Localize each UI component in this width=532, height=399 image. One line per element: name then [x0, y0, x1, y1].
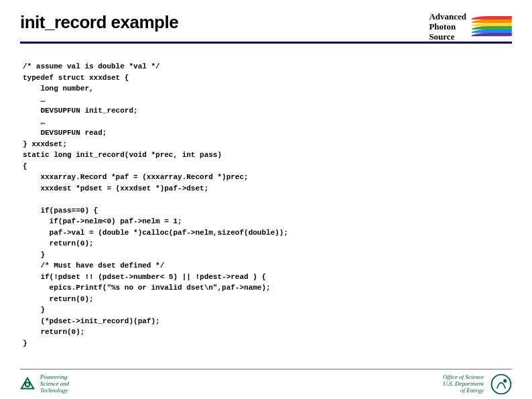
svg-point-1 — [25, 382, 29, 386]
footer-right: Office of Science U.S. Department of Ene… — [443, 374, 512, 395]
aps-logo-line2: Photon — [429, 22, 466, 32]
slide-title: init_record example — [20, 12, 178, 33]
horizontal-rule-top — [20, 42, 512, 44]
argonne-logo-icon — [20, 377, 35, 392]
svg-point-3 — [503, 379, 507, 382]
aps-logo-text: Advanced Photon Source — [429, 12, 466, 42]
footer-left-text: Pioneering Science and Technology — [40, 374, 69, 394]
footer-left: Pioneering Science and Technology — [20, 374, 69, 394]
footer-right-line3: of Energy — [443, 388, 484, 394]
doe-logo-icon — [490, 374, 512, 395]
slide: init_record example Advanced Photon Sour… — [0, 0, 532, 399]
footer: Pioneering Science and Technology Office… — [20, 374, 512, 395]
horizontal-rule-bottom — [20, 369, 512, 369]
rainbow-swoosh-icon — [472, 15, 512, 39]
svg-point-2 — [492, 375, 511, 394]
aps-logo: Advanced Photon Source — [429, 12, 512, 42]
aps-logo-line3: Source — [429, 32, 466, 42]
footer-left-line3: Technology — [40, 388, 69, 394]
code-block: /* assume val is double *val */ typedef … — [23, 61, 505, 349]
title-row: init_record example Advanced Photon Sour… — [20, 12, 512, 42]
aps-logo-line1: Advanced — [429, 12, 466, 22]
footer-right-text: Office of Science U.S. Department of Ene… — [443, 374, 484, 394]
